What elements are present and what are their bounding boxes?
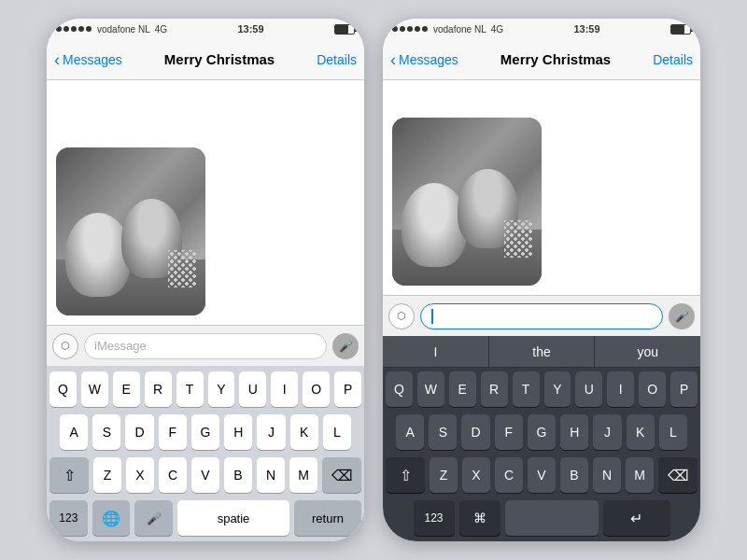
- suggestion-I[interactable]: I: [383, 336, 489, 367]
- return-key[interactable]: return: [294, 500, 361, 536]
- suggestion-the[interactable]: the: [489, 336, 596, 367]
- imessage-placeholder: iMessage: [94, 339, 147, 353]
- key-L[interactable]: L: [323, 414, 351, 450]
- key-dW[interactable]: W: [417, 371, 444, 407]
- key-row-d2: A S D F G H J K L: [383, 411, 700, 454]
- status-left-2: vodafone NL 4G: [392, 24, 503, 35]
- key-dU[interactable]: U: [575, 371, 602, 407]
- key-U[interactable]: U: [239, 371, 266, 407]
- key-Q[interactable]: Q: [49, 371, 77, 407]
- key-H[interactable]: H: [224, 414, 252, 450]
- key-dF[interactable]: F: [495, 414, 523, 450]
- key-D[interactable]: D: [125, 414, 153, 450]
- battery-fill-2: [671, 25, 684, 34]
- details-button-2[interactable]: Details: [653, 52, 693, 67]
- key-dG[interactable]: G: [528, 414, 556, 450]
- key-dL[interactable]: L: [659, 414, 687, 450]
- camera-button-2[interactable]: ⬡: [388, 303, 415, 329]
- key-A[interactable]: A: [60, 414, 88, 450]
- key-dZ[interactable]: Z: [430, 457, 458, 493]
- delete-key-dark[interactable]: ⌫: [658, 457, 698, 493]
- message-photo-2: [392, 118, 542, 286]
- signal-dot-d5: [422, 26, 428, 32]
- key-G[interactable]: G: [191, 414, 219, 450]
- key-dT[interactable]: T: [513, 371, 540, 407]
- key-dE[interactable]: E: [449, 371, 476, 407]
- signal-dots-2: [392, 26, 428, 32]
- key-dQ[interactable]: Q: [386, 371, 413, 407]
- mic-button-light[interactable]: 🎤: [332, 333, 359, 359]
- imessage-input-2[interactable]: [420, 303, 663, 329]
- key-C[interactable]: C: [159, 457, 187, 493]
- back-button[interactable]: ‹ Messages: [54, 51, 122, 68]
- key-K[interactable]: K: [290, 414, 318, 450]
- globe-key[interactable]: 🌐: [92, 500, 131, 536]
- key-dJ[interactable]: J: [593, 414, 621, 450]
- carrier-label-2: vodafone NL: [433, 24, 486, 35]
- key-dI[interactable]: I: [607, 371, 634, 407]
- signal-dot-2: [63, 26, 69, 32]
- key-V[interactable]: V: [191, 457, 219, 493]
- key-O[interactable]: O: [303, 371, 330, 407]
- key-M[interactable]: M: [289, 457, 317, 493]
- key-row-d3: ⇧ Z X C V B N M ⌫: [383, 454, 700, 497]
- key-bottom-row-dark: 123 ⌘ ↵: [383, 497, 700, 541]
- key-B[interactable]: B: [224, 457, 252, 493]
- key-row-d1: Q W E R T Y U I O P: [383, 368, 700, 411]
- key-W[interactable]: W: [81, 371, 108, 407]
- key-dM[interactable]: M: [626, 457, 654, 493]
- back-button-2[interactable]: ‹ Messages: [390, 51, 458, 68]
- space-key[interactable]: spatie: [177, 500, 289, 536]
- key-dN[interactable]: N: [593, 457, 621, 493]
- input-bar-light: ⬡ iMessage 🎤: [47, 325, 364, 366]
- cmd-key-dark[interactable]: ⌘: [459, 500, 500, 536]
- back-label-2[interactable]: Messages: [399, 52, 458, 67]
- key-E[interactable]: E: [113, 371, 140, 407]
- delete-key[interactable]: ⌫: [322, 457, 361, 493]
- key-F[interactable]: F: [159, 414, 187, 450]
- key-S[interactable]: S: [92, 414, 120, 450]
- imessage-input[interactable]: iMessage: [84, 333, 327, 359]
- return-key-dark[interactable]: ↵: [603, 500, 670, 536]
- key-dP[interactable]: P: [670, 371, 698, 407]
- key-dA[interactable]: A: [396, 414, 424, 450]
- key-dR[interactable]: R: [481, 371, 508, 407]
- key-row-1: Q W E R T Y U I O P: [47, 366, 364, 411]
- key-R[interactable]: R: [145, 371, 172, 407]
- key-dD[interactable]: D: [461, 414, 489, 450]
- camera-icon: ⬡: [61, 340, 70, 352]
- key-I[interactable]: I: [271, 371, 298, 407]
- key-dC[interactable]: C: [495, 457, 523, 493]
- key-Y[interactable]: Y: [208, 371, 235, 407]
- shift-key[interactable]: ⇧: [49, 457, 89, 493]
- back-label[interactable]: Messages: [63, 52, 122, 67]
- key-J[interactable]: J: [257, 414, 285, 450]
- key-dY[interactable]: Y: [544, 371, 571, 407]
- message-area-light: [47, 80, 364, 325]
- key-P[interactable]: P: [334, 371, 361, 407]
- key-dO[interactable]: O: [639, 371, 666, 407]
- network-label: 4G: [155, 24, 167, 35]
- space-key-dark[interactable]: [505, 500, 599, 536]
- key-T[interactable]: T: [176, 371, 204, 407]
- num-key-dark[interactable]: 123: [414, 500, 455, 536]
- mic-button-dark[interactable]: 🎤: [669, 303, 695, 329]
- shift-key-dark[interactable]: ⇧: [386, 457, 425, 493]
- mic-key[interactable]: 🎤: [134, 500, 173, 536]
- key-dB[interactable]: B: [560, 457, 588, 493]
- message-area-dark: [383, 80, 700, 295]
- key-dX[interactable]: X: [462, 457, 490, 493]
- camera-button[interactable]: ⬡: [52, 333, 78, 359]
- key-X[interactable]: X: [126, 457, 154, 493]
- num-key[interactable]: 123: [49, 500, 88, 536]
- suggestion-you[interactable]: you: [595, 336, 700, 367]
- key-Z[interactable]: Z: [93, 457, 121, 493]
- key-dK[interactable]: K: [627, 414, 655, 450]
- key-dV[interactable]: V: [528, 457, 556, 493]
- key-N[interactable]: N: [257, 457, 285, 493]
- key-dH[interactable]: H: [560, 414, 588, 450]
- photo-dots: [168, 250, 196, 287]
- signal-dot-3: [71, 26, 77, 32]
- details-button[interactable]: Details: [317, 52, 357, 67]
- key-dS[interactable]: S: [429, 414, 457, 450]
